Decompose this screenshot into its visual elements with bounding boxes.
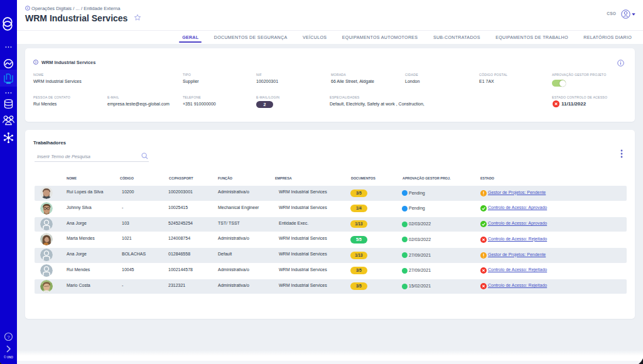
svg-text:?: ?: [7, 335, 10, 340]
